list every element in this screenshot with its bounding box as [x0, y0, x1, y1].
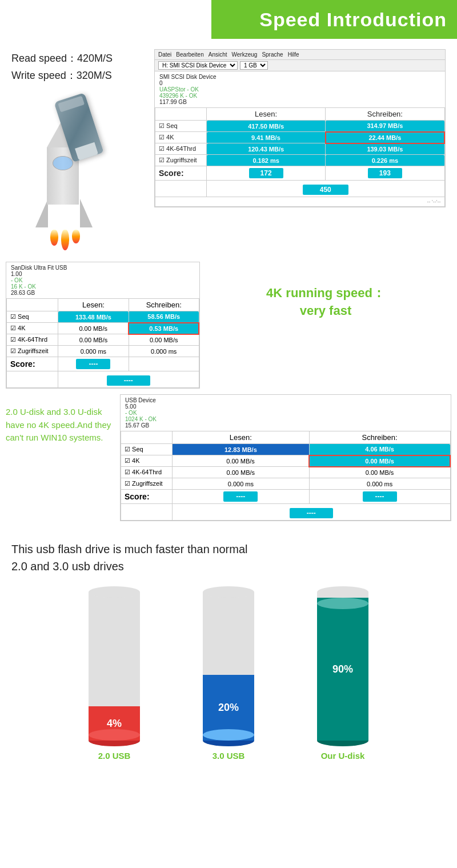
rocket-usb-image — [11, 90, 126, 250]
no-4k-text: 2.0 U-disk and 3.0 U-diskhave no 4K spee… — [6, 394, 120, 445]
cyl-top-empty-our — [317, 586, 368, 598]
bench2-device-name: SanDisk Ultra Fit USB — [11, 265, 195, 271]
menu-werkzeug[interactable]: Werkzeug — [232, 51, 258, 58]
bench3-score3-empty — [121, 504, 173, 521]
bench2-score1-btn: ---- — [76, 359, 110, 369]
bench2-device-size: 28.63 GB — [11, 290, 195, 296]
bench2-row-zugr-label: ☑ Zugriffszeit — [7, 346, 58, 357]
bench2-row-4k64-label: ☑ 4K-64Thrd — [7, 334, 58, 346]
bench1-footer-row: -- '--'-- — [155, 197, 445, 207]
cyl-top-filled-30 — [203, 729, 254, 741]
bar-pct-20: 4% — [107, 718, 122, 730]
menu-hilfe[interactable]: Hilfe — [288, 51, 299, 58]
bench1-row-zugr-write: 0.226 ms — [326, 155, 444, 166]
bench3-score-row: Score: ---- ---- — [121, 490, 451, 504]
bench1-device-info: SMI SCSI Disk Device 0 UASPStor - OK 439… — [155, 71, 445, 107]
benchmark1-wrapper: Datei Bearbeiten Ansicht Werkzeug Sprach… — [154, 49, 446, 207]
bench2-row-4k-read: 0.00 MB/s — [58, 323, 129, 334]
device-ok2: 439296 K - OK — [159, 93, 197, 99]
bench2-row-seq-label: ☑ Seq — [7, 311, 58, 323]
bench2-score2-wide-cell: ---- — [58, 371, 199, 388]
bench1-score2-btn: 193 — [368, 168, 402, 178]
bench2-row-4k-label: ☑ 4K — [7, 323, 58, 334]
bench1-row-4k-read: 9.41 MB/s — [207, 132, 326, 143]
size-select[interactable]: 1 GB — [240, 61, 268, 70]
bench2-row-seq-read: 133.48 MB/s — [58, 311, 129, 323]
bench3-row-4k: ☑ 4K 0.00 MB/s 0.00 MB/s — [121, 455, 451, 467]
bench3-score2-cell: ---- — [309, 490, 450, 504]
bench3-row-4k-write: 0.00 MB/s — [309, 455, 450, 467]
bench1-row-4k: ☑ 4K 9.41 MB/s 22.44 MB/s — [155, 132, 445, 143]
bench2-device-ok1: - OK — [11, 277, 23, 283]
bench1-score-row: Score: 172 193 — [155, 166, 445, 181]
bench2-col-empty — [7, 299, 58, 311]
bench2-score2-wide-btn: ---- — [107, 375, 150, 386]
device-size: 117.99 GB — [159, 99, 440, 105]
bench3-score1-cell: ---- — [173, 490, 310, 504]
cyl-top-filled-20 — [89, 729, 140, 741]
bench2-row-zugr-write: 0.000 ms — [129, 346, 199, 357]
bench1-row-zugr: ☑ Zugriffszeit 0.182 ms 0.226 ms — [155, 155, 445, 166]
bench3-row-zugr-write: 0.000 ms — [309, 478, 450, 490]
bench2-device-ok2: 16 K - OK — [11, 283, 36, 290]
bench1-score1: 172 — [207, 166, 326, 181]
bench3-device-name: USB Device — [125, 397, 446, 403]
bench3-grid: Lesen: Schreiben: ☑ Seq 12.83 MB/s 4.06 … — [121, 431, 451, 521]
menu-datei[interactable]: Datei — [158, 51, 171, 58]
bench1-score3-cell: 450 — [207, 181, 445, 197]
bench3-row-4k-label: ☑ 4K — [121, 455, 173, 467]
device-ok1: UASPStor - OK — [159, 86, 199, 93]
bench2-row-seq: ☑ Seq 133.48 MB/s 58.56 MB/s — [7, 311, 199, 323]
middle-section: SanDisk Ultra Fit USB 1.00 - OK 16 K - O… — [0, 256, 457, 394]
bench1-col-write: Schreiben: — [326, 108, 444, 121]
header-bar: Speed Introduction — [211, 0, 457, 39]
bench2-row-seq-write: 58.56 MB/s — [129, 311, 199, 323]
bench1-row-4k64-label: ☑ 4K-64Thrd — [155, 143, 207, 155]
menu-bearbeiten[interactable]: Bearbeiten — [176, 51, 203, 58]
bench3-score3-wide-cell: ---- — [173, 504, 451, 521]
bench2-score2-row: ---- — [7, 371, 199, 388]
device-select[interactable]: H: SMI SCSI Disk Device — [158, 61, 238, 70]
bench2-row-zugr-read: 0.000 ms — [58, 346, 129, 357]
left-col: 2.0 U-disk and 3.0 U-diskhave no 4K spee… — [6, 394, 120, 445]
bench3-row-4k64-label: ☑ 4K-64Thrd — [121, 467, 173, 478]
menu-sprache[interactable]: Sprache — [262, 51, 283, 58]
bench2-device-num: 1.00 — [11, 271, 195, 277]
bench2-row-4k: ☑ 4K 0.00 MB/s 0.53 MB/s — [7, 323, 199, 334]
cylinder-20usb: 4% — [87, 586, 142, 746]
cylinder-30usb: 20% — [201, 586, 256, 746]
bench3-row-4k-read: 0.00 MB/s — [173, 455, 310, 467]
bench3-device-size: 15.67 GB — [125, 422, 446, 429]
bench2-score1-cell: ---- — [58, 357, 129, 371]
bar-chart-section: 4% 2.0 USB 20% 3.0 USB — [0, 581, 457, 778]
bench1-col-read: Lesen: — [207, 108, 326, 121]
bench2-row-4k64: ☑ 4K-64Thrd 0.00 MB/s 0.00 MB/s — [7, 334, 199, 346]
bench2-device-info: SanDisk Ultra Fit USB 1.00 - OK 16 K - O… — [6, 262, 199, 298]
benchmark3-wrapper: USB Device 5.00 - OK 1024 K - OK 15.67 G… — [120, 394, 451, 521]
bottom-left-section: 2.0 U-disk and 3.0 U-diskhave no 4K spee… — [0, 394, 457, 527]
bench3-score3-row: ---- — [121, 504, 451, 521]
bar-pct-our: 90% — [332, 663, 353, 675]
bench1-score-label: Score: — [155, 166, 207, 181]
bench1-row-seq-label: ☑ Seq — [155, 121, 207, 132]
bench2-row-4k-write: 0.53 MB/s — [129, 323, 199, 334]
bench2-score2-cell — [129, 357, 199, 371]
bench1-row-4k64: ☑ 4K-64Thrd 120.43 MB/s 139.03 MB/s — [155, 143, 445, 155]
bench3-col-read: Lesen: — [173, 431, 310, 444]
bench3-row-seq-read: 12.83 MB/s — [173, 444, 310, 455]
bench3-row-seq-label: ☑ Seq — [121, 444, 173, 455]
bench3-col-empty — [121, 431, 173, 444]
bench3-row-zugr: ☑ Zugriffszeit 0.000 ms 0.000 ms — [121, 478, 451, 490]
cylinder-our: 90% — [315, 586, 370, 746]
bench1-row-4k-label: ☑ 4K — [155, 132, 207, 143]
bench1-score3-row: 450 — [155, 181, 445, 197]
menu-ansicht[interactable]: Ansicht — [209, 51, 227, 58]
device-num: 0 — [159, 80, 440, 86]
bench1-score3-btn: 450 — [303, 185, 348, 195]
device-name: SMI SCSI Disk Device — [159, 74, 440, 80]
cyl-top-empty-20 — [89, 586, 140, 598]
benchmark2-wrapper: SanDisk Ultra Fit USB 1.00 - OK 16 K - O… — [6, 262, 200, 389]
bench2-row-4k64-write: 0.00 MB/s — [129, 334, 199, 346]
bench3-row-zugr-label: ☑ Zugriffszeit — [121, 478, 173, 490]
page-title: Speed Introduction — [259, 9, 447, 31]
